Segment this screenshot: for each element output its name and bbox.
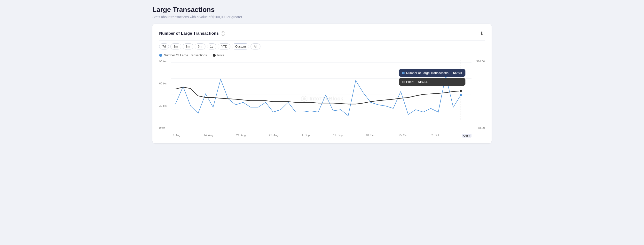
- x-label-1: 14. Aug: [204, 134, 213, 138]
- card-header: Number of Large Transactions ? ⬇: [159, 30, 485, 37]
- legend-dot-price: [213, 54, 216, 57]
- x-label-6: 18. Sep: [366, 134, 376, 138]
- tooltip-transactions-value: 64 txs: [453, 71, 462, 75]
- header-divider: [159, 40, 485, 41]
- x-label-4: 4. Sep: [302, 134, 310, 138]
- chart-area: 90 txs 60 txs 30 txs 0 txs $14.00 $8.00: [159, 60, 485, 138]
- filter-6m[interactable]: 6m: [195, 44, 206, 50]
- x-axis: 7. Aug 14. Aug 21. Aug 28. Aug 4. Sep 11…: [159, 134, 485, 138]
- legend-label-transactions: Number Of Large Transactions: [164, 53, 207, 57]
- x-label-5: 11. Sep: [333, 134, 342, 138]
- time-filters: 7d 1m 3m 6m 1y YTD Custom All: [159, 44, 485, 50]
- download-icon[interactable]: ⬇: [479, 30, 485, 37]
- tooltip-price-value: $10.11: [418, 80, 428, 84]
- x-label-7: 25. Sep: [398, 134, 408, 138]
- page-title: Large Transactions: [152, 6, 492, 14]
- help-icon[interactable]: ?: [221, 31, 225, 36]
- tooltip-dot-blue: [402, 72, 404, 74]
- legend-item-price: Price: [213, 53, 224, 57]
- filter-all[interactable]: All: [250, 44, 260, 50]
- filter-3m[interactable]: 3m: [183, 44, 193, 50]
- filter-ytd[interactable]: YTD: [218, 44, 230, 50]
- tooltip-transactions-label: Number of Large Transactions:: [406, 71, 449, 75]
- legend-label-price: Price: [217, 53, 224, 57]
- filter-1y[interactable]: 1y: [207, 44, 216, 50]
- page-container: Large Transactions Stats about transacti…: [152, 6, 492, 143]
- tooltip-price-label: Price:: [406, 80, 414, 84]
- x-label-9: Oct 4: [462, 134, 472, 138]
- x-label-3: 28. Aug: [269, 134, 278, 138]
- tooltip-group: Number of Large Transactions: 64 txs Pri…: [399, 69, 466, 86]
- x-label-2: 21. Aug: [236, 134, 246, 138]
- filter-7d[interactable]: 7d: [159, 44, 169, 50]
- cursor-dot-price: [460, 90, 462, 92]
- filter-1m[interactable]: 1m: [170, 44, 181, 50]
- chart-card: Number of Large Transactions ? ⬇ 7d 1m 3…: [152, 24, 492, 143]
- legend-dot-transactions: [159, 54, 162, 57]
- tooltip-price: Price: $10.11: [399, 78, 466, 86]
- card-title-row: Number of Large Transactions ?: [159, 31, 225, 36]
- tooltip-transactions: Number of Large Transactions: 64 txs: [399, 69, 466, 77]
- x-label-0: 7. Aug: [172, 134, 180, 138]
- tooltip-dot-dark: [402, 81, 404, 83]
- page-subtitle: Stats about transactions with a value of…: [152, 15, 492, 19]
- cursor-dot-transactions: [460, 94, 462, 97]
- price-line: [176, 87, 461, 104]
- x-label-8: 2. Oct: [432, 134, 439, 138]
- card-title: Number of Large Transactions: [159, 31, 219, 36]
- legend: Number Of Large Transactions Price: [159, 53, 485, 57]
- legend-item-transactions: Number Of Large Transactions: [159, 53, 207, 57]
- filter-custom[interactable]: Custom: [232, 44, 249, 50]
